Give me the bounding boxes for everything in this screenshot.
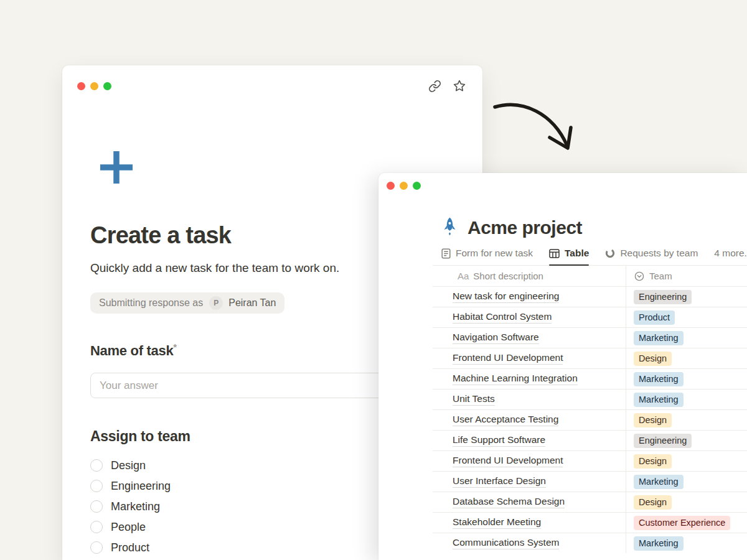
team-tag[interactable]: Design — [634, 495, 672, 510]
tab-form-for-new-task[interactable]: Form for new task — [441, 248, 533, 265]
minimize-window-button[interactable] — [90, 82, 98, 90]
tab-more-views[interactable]: 4 more... — [714, 248, 747, 265]
team-cell[interactable]: Marketing — [626, 533, 747, 553]
table-row: Life Support Software Engineering — [433, 430, 747, 450]
submitting-as-badge: Submitting response as P Peiran Tan — [90, 292, 284, 314]
team-tag[interactable]: Marketing — [634, 393, 684, 407]
team-cell[interactable]: Design — [626, 348, 747, 368]
table-header-row: Aa Short description Team — [433, 266, 747, 286]
table-row: New task for engineering Engineering — [433, 286, 747, 307]
description-cell[interactable]: Frontend UI Development — [433, 348, 626, 368]
team-option-label: People — [111, 521, 146, 534]
table-row: Navigation Software Marketing — [433, 327, 747, 348]
team-cell[interactable]: Marketing — [626, 390, 747, 409]
team-option-label: Product — [111, 541, 149, 554]
radio-button[interactable] — [90, 521, 103, 533]
team-cell[interactable]: Design — [626, 410, 747, 430]
close-window-button[interactable] — [387, 182, 395, 190]
project-page: Acme project Form for new task — [433, 217, 747, 553]
window-controls — [77, 82, 111, 90]
radio-button[interactable] — [90, 500, 103, 513]
table-row: Machine Learning Integration Marketing — [433, 368, 747, 389]
team-tag[interactable]: Marketing — [634, 331, 684, 345]
team-tag[interactable]: Marketing — [634, 536, 684, 551]
link-icon[interactable] — [428, 79, 441, 93]
team-option-label: Engineering — [111, 480, 171, 493]
table-window-titlebar — [378, 173, 747, 190]
window-controls — [387, 182, 421, 190]
table-row: Unit Tests Marketing — [433, 389, 747, 409]
description-cell[interactable]: Unit Tests — [433, 390, 626, 409]
page-head: Acme project — [433, 217, 747, 238]
select-property-icon — [634, 271, 644, 281]
rocket-icon — [441, 217, 458, 238]
minimize-window-button[interactable] — [400, 182, 408, 190]
column-header-short-description[interactable]: Aa Short description — [433, 266, 626, 286]
team-option-label: Design — [111, 459, 146, 472]
view-tabs: Form for new task Table — [433, 248, 747, 266]
team-cell[interactable]: Design — [626, 451, 747, 471]
table-row: User Interface Design Marketing — [433, 471, 747, 492]
star-icon[interactable] — [453, 79, 466, 93]
submitting-as-label: Submitting response as — [99, 297, 203, 309]
description-cell[interactable]: Database Schema Design — [433, 492, 626, 512]
description-cell[interactable]: User Interface Design — [433, 472, 626, 492]
team-cell[interactable]: Design — [626, 492, 747, 512]
required-mark: * — [173, 342, 177, 352]
team-cell[interactable]: Marketing — [626, 369, 747, 389]
page-title: Acme project — [467, 217, 582, 238]
team-cell[interactable]: Product — [626, 307, 747, 327]
titlebar-actions — [428, 79, 466, 93]
team-tag[interactable]: Customer Experience — [634, 516, 730, 530]
database-table: Aa Short description Team Ne — [433, 266, 747, 553]
tab-table[interactable]: Table — [549, 248, 589, 265]
description-cell[interactable]: New task for engineering — [433, 287, 626, 307]
description-cell[interactable]: Stakeholder Meeting — [433, 513, 626, 533]
tab-requests-by-team[interactable]: Requests by team — [605, 248, 698, 265]
description-cell[interactable]: Life Support Software — [433, 431, 626, 450]
zoom-window-button[interactable] — [103, 82, 111, 90]
table-window: Acme project Form for new task — [378, 173, 747, 560]
team-cell[interactable]: Marketing — [626, 328, 747, 348]
form-window-titlebar — [62, 65, 482, 93]
table-row: Habitat Control System Product — [433, 307, 747, 327]
description-cell[interactable]: User Acceptance Testing — [433, 410, 626, 430]
description-cell[interactable]: Machine Learning Integration — [433, 369, 626, 389]
table-row: Stakeholder Meeting Customer Experience — [433, 512, 747, 533]
team-tag[interactable]: Product — [634, 310, 675, 325]
team-tag[interactable]: Design — [634, 413, 672, 427]
chart-icon — [605, 248, 615, 258]
team-tag[interactable]: Engineering — [634, 290, 692, 304]
table-row: Communications System Marketing — [433, 533, 747, 553]
radio-button[interactable] — [90, 459, 103, 472]
form-icon — [441, 248, 451, 259]
team-cell[interactable]: Customer Experience — [626, 513, 747, 533]
description-cell[interactable]: Communications System — [433, 533, 626, 553]
team-tag[interactable]: Marketing — [634, 372, 684, 386]
team-tag[interactable]: Design — [634, 454, 672, 469]
team-cell[interactable]: Engineering — [626, 431, 747, 450]
close-window-button[interactable] — [77, 82, 85, 90]
radio-button[interactable] — [90, 541, 103, 554]
curved-arrow-graphic — [489, 98, 579, 161]
team-tag[interactable]: Engineering — [634, 434, 692, 448]
radio-button[interactable] — [90, 480, 103, 492]
submitter-name: Peiran Tan — [228, 297, 276, 309]
description-cell[interactable]: Habitat Control System — [433, 307, 626, 327]
table-row: Frontend UI Development Design — [433, 450, 747, 471]
description-cell[interactable]: Navigation Software — [433, 328, 626, 348]
description-cell[interactable]: Frontend UI Development — [433, 451, 626, 471]
zoom-window-button[interactable] — [413, 182, 421, 190]
table-row: Frontend UI Development Design — [433, 348, 747, 368]
team-tag[interactable]: Marketing — [634, 475, 684, 489]
team-tag[interactable]: Design — [634, 352, 672, 366]
team-cell[interactable]: Marketing — [626, 472, 747, 492]
screenshot-root: Create a task Quickly add a new task for… — [0, 0, 747, 560]
avatar: P — [209, 296, 223, 310]
team-option-label: Marketing — [111, 500, 160, 513]
team-cell[interactable]: Engineering — [626, 287, 747, 307]
plus-icon — [99, 150, 134, 185]
table-body: New task for engineering Engineering Hab… — [433, 286, 747, 553]
table-row: User Acceptance Testing Design — [433, 409, 747, 430]
column-header-team[interactable]: Team — [626, 266, 747, 286]
